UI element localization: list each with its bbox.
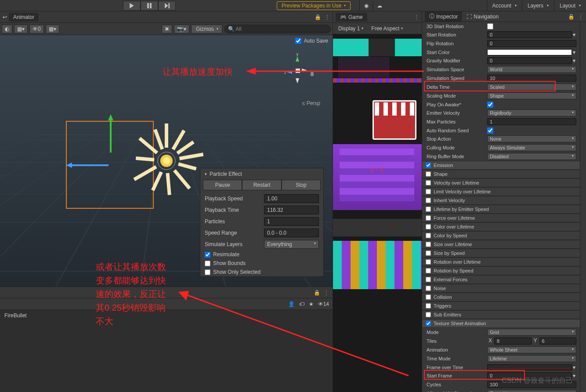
size-by-speed-module[interactable]: Size by Speed (422, 249, 580, 258)
tiles-y-field[interactable]: 6 (539, 338, 576, 345)
start-color-field[interactable] (487, 49, 572, 55)
culling-mode-dropdown[interactable]: Always Simulate (487, 144, 576, 151)
pause-button[interactable] (141, 1, 158, 11)
show-bounds-checkbox[interactable] (205, 261, 210, 266)
show-only-selected-checkbox[interactable] (205, 269, 210, 275)
tsa-time-mode-dropdown[interactable]: Lifetime (487, 355, 576, 362)
stop-action-dropdown[interactable]: None (487, 135, 576, 142)
particle-effect-panel: Particle Effect Pause Restart Stop Playb… (200, 168, 324, 277)
stop-particle-button[interactable]: Stop (282, 180, 321, 190)
menu-icon[interactable]: ⋮ (578, 14, 583, 20)
force-over-lifetime-module[interactable]: Force over Lifetime (422, 214, 580, 222)
color-by-speed-module[interactable]: Color by Speed (422, 231, 580, 240)
delta-time-dropdown[interactable]: Scaled (487, 83, 576, 91)
back-icon[interactable]: ↩ (3, 14, 7, 20)
x-axis-arrow[interactable] (66, 161, 110, 170)
lifetime-by-emitter-speed-module[interactable]: Lifetime by Emitter Speed (422, 205, 580, 214)
scene-view[interactable]: Auto Save y z ≤ Persp (0, 35, 333, 287)
collision-module[interactable]: Collision (422, 293, 580, 301)
restart-particle-button[interactable]: Restart (242, 180, 281, 190)
sub-emitters-module[interactable]: Sub Emitters (422, 310, 580, 319)
velocity-over-lifetime-module[interactable]: Velocity over Lifetime (422, 178, 580, 187)
flip-rotation-field[interactable]: 0 (487, 40, 576, 47)
search-input[interactable]: 🔍 All (224, 25, 331, 33)
tag-icon[interactable]: 🏷 (299, 301, 304, 307)
tiles-x-field[interactable]: 8 (494, 338, 531, 345)
collab-icon[interactable]: ◉ (359, 1, 373, 11)
limit-velocity-module[interactable]: Limit Velocity over Lifetime (422, 187, 580, 196)
grid-button[interactable]: ▦▾ (46, 25, 59, 33)
tools-button[interactable]: ✖ (162, 25, 172, 33)
y-axis-arrow[interactable] (106, 114, 115, 154)
texture-sheet-animation-module[interactable]: Texture Sheet Animation (422, 319, 580, 328)
2d-button[interactable]: ▦▾ (14, 25, 28, 33)
pause-particle-button[interactable]: Pause (203, 180, 242, 190)
max-particles-field[interactable]: 1 (487, 118, 576, 125)
rotation-by-speed-module[interactable]: Rotation by Speed (422, 266, 580, 275)
shape-module[interactable]: Shape (422, 170, 580, 178)
shading-button[interactable]: ◐ (2, 25, 12, 33)
inspector-scrollbar[interactable] (580, 22, 586, 392)
tsa-mode-dropdown[interactable]: Grid (487, 329, 576, 336)
autosave-toggle[interactable]: Auto Save (295, 38, 328, 44)
frame-over-time-curve[interactable] (487, 364, 572, 370)
play-button[interactable] (123, 1, 141, 11)
triggers-module[interactable]: Triggers (422, 301, 580, 310)
resimulate-checkbox[interactable] (205, 252, 210, 258)
animator-content[interactable]: FireBullet (0, 310, 333, 392)
noise-module[interactable]: Noise (422, 284, 580, 293)
playback-time-field[interactable]: 116.32 (264, 206, 319, 214)
tsa-animation-dropdown[interactable]: Whole Sheet (487, 346, 576, 353)
game-view[interactable]: |І ᵒ І| (333, 34, 422, 392)
play-on-awake-check[interactable] (487, 102, 493, 108)
scaling-mode-dropdown[interactable]: Shape (487, 92, 576, 99)
ring-buffer-dropdown[interactable]: Disabled (487, 153, 576, 160)
start-rotation-field[interactable]: 0 (487, 31, 572, 38)
game-tab[interactable]: 🎮Game (336, 13, 367, 22)
svg-rect-0 (296, 69, 300, 73)
account-dropdown[interactable]: Account (487, 0, 522, 11)
3d-start-rotation-check[interactable] (487, 23, 493, 29)
lock-icon[interactable]: 🔒 (314, 290, 320, 296)
menu-icon[interactable]: ⋮ (414, 14, 419, 20)
particle-panel-header[interactable]: Particle Effect (200, 168, 323, 180)
animation-state-firebullet[interactable]: FireBullet (0, 310, 333, 321)
star-icon[interactable]: ★ (309, 301, 314, 307)
aspect-dropdown[interactable]: Free Aspect (369, 25, 405, 33)
visibility-count[interactable]: 👁14 (318, 301, 329, 307)
step-button[interactable] (158, 1, 176, 11)
color-over-lifetime-module[interactable]: Color over Lifetime (422, 222, 580, 231)
size-over-lifetime-module[interactable]: Size over Lifetime (422, 240, 580, 249)
lock-icon[interactable]: 🔒 (568, 14, 575, 20)
menu-icon[interactable]: ⋮ (324, 290, 329, 296)
cloud-icon[interactable]: ☁ (373, 1, 386, 11)
inspector-tab[interactable]: ⓘInspector (425, 11, 462, 22)
animator-tab[interactable]: Animator (9, 13, 39, 22)
lock-icon[interactable]: 🔒 (315, 14, 321, 20)
autosave-checkbox[interactable] (295, 38, 301, 44)
preview-packages-button[interactable]: Preview Packages in Use (277, 1, 351, 10)
navigation-tab[interactable]: ⛶Navigation (462, 12, 503, 21)
affected-uv-dropdown[interactable]: Everything (487, 390, 576, 392)
emitter-velocity-dropdown[interactable]: Rigidbody (487, 109, 576, 116)
layout-dropdown[interactable]: Layout (554, 0, 586, 11)
emission-module[interactable]: Emission (422, 161, 580, 170)
particles-label: Particles (205, 218, 264, 225)
menu-icon[interactable]: ⋮ (325, 14, 330, 20)
layers-dropdown[interactable]: Layers (522, 0, 554, 11)
simulation-space-dropdown[interactable]: World (487, 66, 576, 73)
rotation-over-lifetime-module[interactable]: Rotation over Lifetime (422, 258, 580, 266)
orientation-gizmo[interactable]: y z (280, 53, 315, 88)
simulation-speed-field[interactable]: 10 (487, 75, 576, 82)
inherit-velocity-module[interactable]: Inherit Velocity (422, 196, 580, 205)
add-icon[interactable]: 👤 (288, 301, 295, 307)
display-dropdown[interactable]: Display 1 (336, 25, 366, 33)
simulate-layers-dropdown[interactable]: Everything (264, 240, 319, 249)
gizmos-dropdown[interactable]: Gizmos (191, 25, 222, 33)
camera-button[interactable]: 📷▾ (174, 25, 189, 33)
visibility-button[interactable]: 👁 0 (29, 25, 44, 33)
auto-random-seed-check[interactable] (487, 127, 493, 134)
external-forces-module[interactable]: External Forces (422, 275, 580, 284)
gravity-modifier-field[interactable]: 0 (487, 57, 572, 64)
playback-speed-field[interactable]: 1.00 (264, 194, 319, 203)
